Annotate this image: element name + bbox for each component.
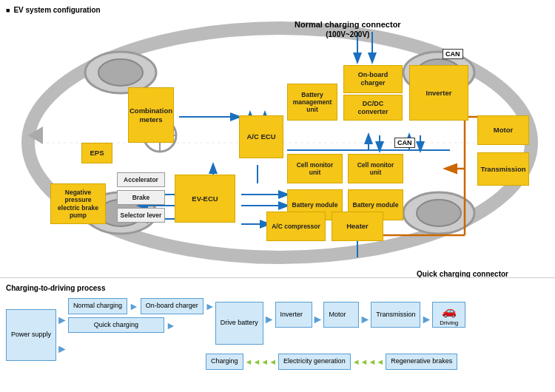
driving-box: 🚗 Driving (432, 302, 465, 328)
regen-arrow-2: ◄◄◄◄ (352, 357, 385, 366)
quick-charging-flow-box: Quick charging (68, 317, 164, 334)
battery-mgmt-box: Battery management unit (287, 84, 337, 121)
heater-box: Heater (332, 212, 383, 241)
regen-brakes-box: Regenerative brakes (386, 354, 457, 370)
arrow-inverter-motor: ► (312, 313, 324, 326)
dcdc-label: DC/DC converter (346, 100, 400, 116)
inverter-flow-label: Inverter (280, 311, 303, 320)
electricity-gen-box: Electricity generation (278, 354, 351, 370)
arrow-transmission-driving: ► (420, 313, 432, 326)
regen-row: Charging ◄◄◄◄ Electricity generation ◄◄◄… (206, 354, 457, 370)
drive-battery-box: Drive battery (215, 302, 263, 345)
neg-pressure-box: Negative pressure electric brake pump (50, 183, 106, 224)
drive-battery-label: Drive battery (221, 319, 258, 328)
power-supply-box: Power supply (6, 309, 56, 361)
charging-connector-label: Normal charging connector (100V~200V) (295, 19, 401, 39)
can-text-mid: CAN (397, 139, 412, 146)
ac-compressor-label: A/C compressor (272, 223, 320, 230)
transmission-label: Transmission (480, 165, 525, 173)
arrow-battery-inverter: ► (263, 313, 275, 326)
arrow-to-battery: ► (205, 300, 215, 312)
bottom-title: Charging-to-driving process (6, 284, 549, 292)
normal-charging-box: Normal charging (68, 298, 127, 314)
can-label-top: CAN (443, 49, 463, 59)
onboard-charger-box: On-board charger (343, 65, 403, 93)
combination-meters-box: Combination meters (128, 87, 174, 143)
top-section: EV system configuration (6, 6, 549, 280)
accelerator-box: Accelerator (117, 172, 165, 187)
brake-label: Brake (132, 194, 150, 201)
battery-module-2-label: Battery module (353, 201, 399, 209)
motor-label: Motor (494, 126, 513, 134)
svg-point-9 (417, 200, 461, 226)
arrow-quick-to-battery: ► (166, 320, 176, 331)
driving-label: Driving (440, 320, 458, 326)
arrow-quick: ► (56, 342, 68, 356)
regen-brakes-label: Regenerative brakes (391, 357, 452, 365)
power-supply-label: Power supply (11, 331, 51, 339)
inverter-flow-box: Inverter (275, 302, 312, 328)
ac-ecu-box: A/C ECU (239, 115, 283, 158)
motor-box: Motor (477, 115, 529, 145)
charging-column: Normal charging ► On-board charger ► Qui… (68, 298, 215, 333)
motor-flow-box: Motor (323, 302, 359, 328)
ac-ecu-label: A/C ECU (246, 132, 275, 141)
battery-module-1-label: Battery module (292, 201, 338, 209)
onboard-charger-flow-box: On-board charger (141, 298, 204, 314)
can-text-top: CAN (445, 50, 460, 58)
cell-monitor-1-box: Cell monitor unit (287, 154, 343, 183)
transmission-flow-label: Transmission (376, 311, 415, 320)
dcdc-box: DC/DC converter (343, 95, 403, 121)
onboard-charger-label: On-board charger (346, 71, 400, 87)
charging-connector-text: Normal charging connector (295, 19, 401, 30)
charging-box: Charging (206, 354, 243, 370)
cell-monitor-2-label: Cell monitor unit (351, 161, 400, 176)
inverter-label: Inverter (426, 89, 452, 97)
can-label-mid: CAN (394, 138, 415, 148)
truck-icon: 🚗 (442, 304, 457, 318)
battery-mgmt-label: Battery management unit (290, 91, 334, 114)
flow-diagram: Power supply ► ► Normal charging (6, 298, 549, 387)
transmission-flow-box: Transmission (371, 302, 420, 328)
bottom-title-text: Charging-to-driving process (6, 284, 105, 292)
cell-monitor-2-box: Cell monitor unit (348, 154, 403, 183)
combination-meters-label: Combination meters (130, 107, 172, 124)
main-container: EV system configuration (0, 0, 555, 392)
ev-ecu-box: EV-ECU (175, 175, 235, 223)
selector-lever-label: Selector lever (121, 212, 162, 219)
charging-label: Charging (211, 357, 238, 365)
electricity-gen-label: Electricity generation (283, 357, 346, 365)
quick-charging-flow-label: Quick charging (94, 321, 138, 328)
eps-label: EPS (90, 149, 104, 157)
onboard-charger-flow-label: On-board charger (146, 302, 198, 309)
neg-pressure-label: Negative pressure electric brake pump (53, 189, 103, 219)
accelerator-label: Accelerator (124, 176, 158, 183)
heater-label: Heater (346, 222, 369, 230)
power-arrows: ► ► (56, 309, 68, 359)
arrow-motor-transmission: ► (359, 313, 371, 326)
eps-box: EPS (81, 143, 112, 163)
normal-charging-label: Normal charging (73, 302, 122, 309)
charging-voltage-text: (100V~200V) (295, 30, 401, 39)
motor-flow-label: Motor (329, 311, 346, 320)
arrow-to-onboard: ► (129, 300, 139, 312)
regen-arrow-1: ◄◄◄◄ (245, 357, 278, 366)
transmission-box: Transmission (477, 152, 529, 186)
brake-box: Brake (117, 190, 165, 205)
svg-point-3 (98, 59, 143, 86)
ac-compressor-box: A/C compressor (266, 212, 326, 241)
ev-ecu-label: EV-ECU (192, 195, 218, 203)
selector-lever-box: Selector lever (117, 208, 165, 223)
cell-monitor-1-label: Cell monitor unit (290, 161, 340, 176)
arrow-normal: ► (56, 314, 68, 327)
inverter-box: Inverter (409, 65, 468, 121)
bottom-section: Charging-to-driving process Power supply… (0, 277, 555, 392)
